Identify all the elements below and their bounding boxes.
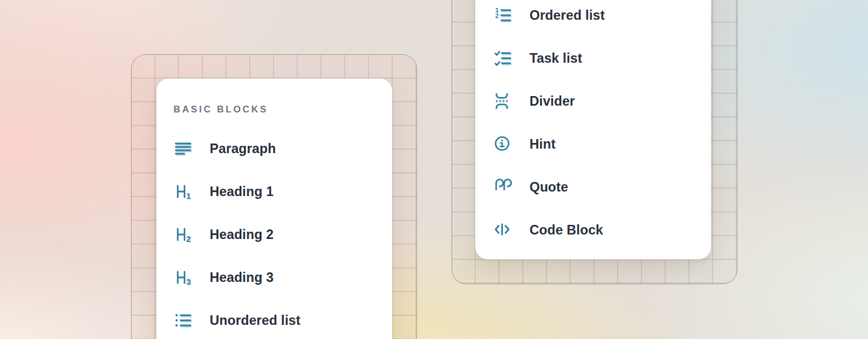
menu-item-label: Ordered list [530,8,605,23]
menu-item-ordered-list[interactable]: 1 2Ordered list [493,0,695,37]
menu-item-task-list[interactable]: Task list [493,37,695,80]
menu-item-label: Heading 3 [210,270,274,285]
paragraph-icon [173,139,193,158]
task-list-icon [493,49,513,68]
menu-item-label: Code Block [530,223,603,238]
svg-text:1: 1 [186,192,190,201]
menu-item-label: Quote [530,180,568,195]
menu-item-divider[interactable]: Divider [493,80,695,123]
menu-item-quote[interactable]: Quote [493,166,695,208]
blocks-menu-card: 1 2Ordered list Task list Divider Hint Q… [475,0,711,259]
menu-item-label: Task list [530,51,582,66]
unordered-list-icon [173,311,193,330]
basic-blocks-item-list: Paragraph 1 1Heading 1 2 2Heading 2 3 3H… [173,127,376,339]
ordered-list-icon: 1 2 [493,6,513,25]
menu-item-label: Paragraph [210,141,276,157]
menu-item-heading-1[interactable]: 1 1Heading 1 [173,170,376,213]
blocks-item-list: 1 2Ordered list Task list Divider Hint Q… [493,0,695,251]
menu-item-label: Hint [530,137,555,152]
heading-3-icon: 3 3 [173,268,193,287]
menu-item-label: Heading 2 [210,227,274,242]
divider-icon [493,92,513,111]
svg-text:2: 2 [495,12,498,19]
code-block-icon [493,220,513,240]
menu-item-paragraph[interactable]: Paragraph [173,127,376,170]
svg-text:3: 3 [186,277,190,286]
hero-background: { "colors": { "icon_primary": "#2f7e9d",… [0,0,868,339]
svg-text:2: 2 [186,234,190,244]
heading-1-icon: 1 1 [173,182,193,201]
basic-blocks-menu-card: BASIC BLOCKS Paragraph 1 1Heading 1 2 2H… [157,79,392,339]
menu-item-heading-2[interactable]: 2 2Heading 2 [173,213,376,256]
section-header: BASIC BLOCKS [173,95,376,123]
menu-item-label: Heading 1 [210,184,274,199]
menu-item-label: Divider [530,94,575,109]
menu-item-heading-3[interactable]: 3 3Heading 3 [173,256,376,299]
heading-2-icon: 2 2 [173,225,193,244]
hint-icon [493,134,513,154]
menu-item-unordered-list[interactable]: Unordered list [173,299,376,339]
menu-item-label: Unordered list [210,313,301,328]
menu-item-code-block[interactable]: Code Block [493,208,695,251]
quote-icon [493,177,513,197]
menu-item-hint[interactable]: Hint [493,123,695,166]
